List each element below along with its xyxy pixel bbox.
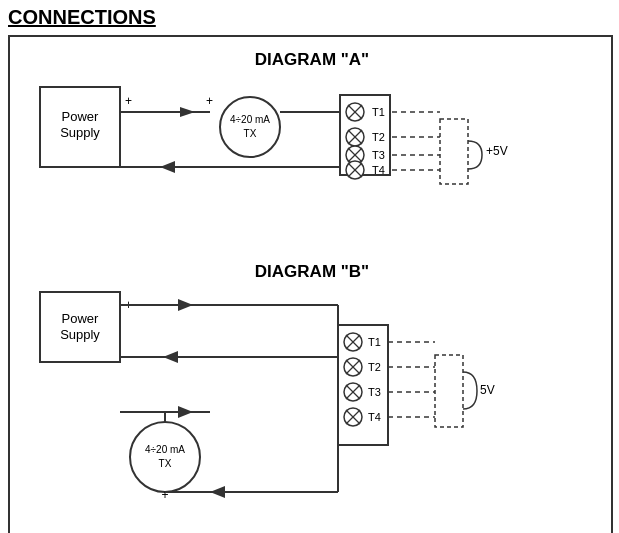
svg-text:DIAGRAM "A": DIAGRAM "A"	[255, 50, 369, 69]
svg-text:+: +	[125, 94, 132, 108]
svg-text:TX: TX	[244, 128, 257, 139]
svg-text:Power: Power	[62, 311, 100, 326]
page: CONNECTIONS DIAGRAM "A" Power Supply + +…	[0, 0, 619, 533]
svg-text:T2: T2	[372, 131, 385, 143]
svg-text:T3: T3	[372, 149, 385, 161]
svg-text:4÷20 mA: 4÷20 mA	[145, 444, 185, 455]
svg-text:T1: T1	[372, 106, 385, 118]
svg-marker-6	[180, 107, 195, 117]
svg-text:Supply: Supply	[60, 327, 100, 342]
svg-text:4÷20 mA: 4÷20 mA	[230, 114, 270, 125]
svg-text:Power: Power	[62, 109, 100, 124]
svg-text:Supply: Supply	[60, 125, 100, 140]
svg-text:+5V: +5V	[486, 144, 508, 158]
svg-text:+: +	[161, 488, 168, 502]
svg-text:TX: TX	[159, 458, 172, 469]
svg-marker-44	[178, 299, 193, 311]
svg-text:T2: T2	[368, 361, 381, 373]
svg-text:DIAGRAM "B": DIAGRAM "B"	[255, 262, 369, 281]
svg-text:5V: 5V	[480, 383, 495, 397]
svg-text:T1: T1	[368, 336, 381, 348]
svg-text:T4: T4	[372, 164, 385, 176]
svg-marker-47	[163, 351, 178, 363]
svg-text:T3: T3	[368, 386, 381, 398]
page-title: CONNECTIONS	[8, 6, 611, 29]
svg-text:+: +	[206, 94, 213, 108]
svg-point-8	[220, 97, 280, 157]
outer-box: DIAGRAM "A" Power Supply + + 4÷20 mA TX	[8, 35, 613, 533]
svg-text:T4: T4	[368, 411, 381, 423]
svg-marker-57	[210, 486, 225, 498]
svg-rect-80	[435, 355, 463, 427]
svg-marker-36	[160, 161, 175, 173]
svg-rect-33	[440, 119, 468, 184]
svg-point-50	[130, 422, 200, 492]
